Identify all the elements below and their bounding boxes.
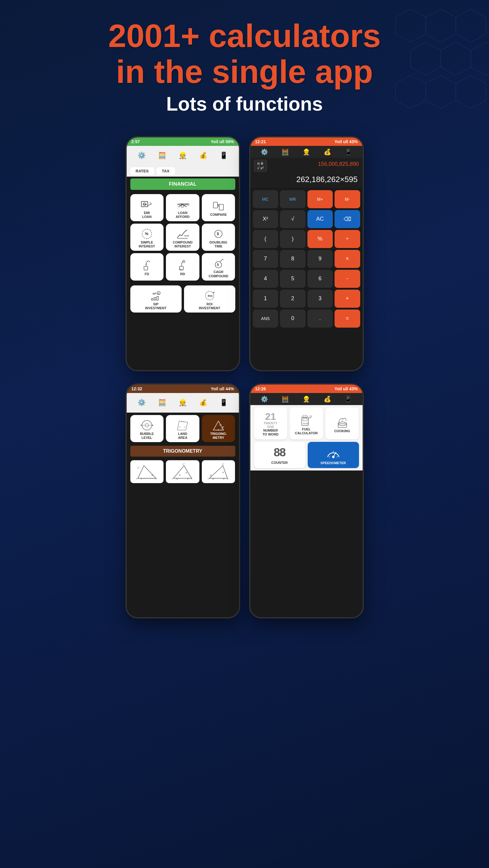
triangle-1[interactable]: Y X C° Z A'	[130, 460, 164, 483]
phone-icon-rb[interactable]: 📱	[345, 396, 352, 403]
bubble-level-item[interactable]: BUBBLELEVEL	[130, 415, 164, 442]
svg-text:Y: Y	[136, 478, 138, 480]
trigonometry-item[interactable]: C° ? X A' TRIGONO-METRY	[202, 415, 235, 442]
speedometer-item[interactable]: SPEEDOMETER	[308, 442, 359, 468]
three-button[interactable]: 3	[308, 290, 333, 308]
divide-button[interactable]: ÷	[335, 230, 360, 248]
calc-icon-b[interactable]: 🧮	[156, 396, 169, 409]
roi-item[interactable]: ROI ROIINVESTMENT	[184, 285, 235, 313]
sip-item[interactable]: SIP $ SIPINVESTMENT	[130, 285, 181, 313]
tools-grid-top: 21 TWENTY ONE NUMBERTO WORD 88.88	[250, 405, 363, 442]
svg-text:b c: b c	[181, 420, 184, 423]
multiply-button[interactable]: ×	[335, 250, 360, 268]
settings-icon-rb[interactable]: ⚙️	[261, 396, 268, 403]
seven-button[interactable]: 7	[253, 250, 279, 268]
eight-button[interactable]: 8	[280, 250, 306, 268]
equals-button[interactable]: =	[335, 310, 360, 328]
nav-icons-left: ⚙️ 🧮 👷 💰 📱	[127, 146, 239, 165]
dot-button[interactable]: .	[308, 310, 333, 328]
counter-item[interactable]: 88 COUNTER	[254, 442, 305, 468]
svg-text:RD: RD	[180, 268, 182, 270]
calculator-icon[interactable]: 🧮	[156, 149, 169, 162]
five-button[interactable]: 5	[280, 270, 306, 288]
lparen-button[interactable]: (	[253, 230, 279, 248]
ac-button[interactable]: AC	[308, 210, 333, 228]
speedometer-label: SPEEDOMETER	[320, 461, 346, 465]
percent-button[interactable]: %	[308, 230, 333, 248]
calc-buttons: MC MR M+ M- X² √ AC ⌫ ( ) % ÷ 7 8 9 ×	[250, 188, 363, 330]
money-icon-dark[interactable]: 💰	[324, 148, 331, 156]
triangle-2[interactable]: Y X C° B° A° B' A'	[166, 460, 199, 483]
tab-tax[interactable]: TAX	[156, 167, 175, 175]
svg-text:YEAR: YEAR	[184, 235, 190, 237]
nine-button[interactable]: 9	[308, 250, 333, 268]
phones-row-bottom: 12:32 Yoil ull 44% ⚙️ 🧮 👷 💰 📱	[0, 383, 489, 637]
backspace-button[interactable]: ⌫	[335, 210, 360, 228]
money-icon-rb[interactable]: 💰	[324, 396, 331, 403]
pi-sqrt-button[interactable]: π θ√ x²	[254, 160, 267, 172]
money-icon-b[interactable]: 💰	[197, 396, 210, 409]
zero-button[interactable]: 0	[280, 310, 306, 328]
fuel-calc-item[interactable]: 88.88 FUELCALCULATOR	[290, 407, 323, 440]
cagr-item[interactable]: $ CAGRCOMPOUND	[202, 253, 235, 280]
svg-text:B°: B°	[176, 478, 179, 480]
compound-interest-item[interactable]: YEAR COMPOUNDINTEREST	[166, 224, 199, 251]
svg-text:C°: C°	[219, 424, 222, 427]
rparen-button[interactable]: )	[280, 230, 306, 248]
compare-item[interactable]: COMPARE	[202, 194, 235, 221]
emi-loan-item[interactable]: EMI EMILOAN	[130, 194, 164, 221]
svg-text:X: X	[191, 478, 193, 480]
two-button[interactable]: 2	[280, 290, 306, 308]
ans-button[interactable]: ANS	[253, 310, 279, 328]
svg-text:Y: Y	[207, 478, 209, 480]
svg-text:A': A'	[185, 472, 187, 474]
svg-text:C°: C°	[182, 463, 185, 465]
mr-button[interactable]: MR	[280, 190, 306, 208]
person-icon-dark[interactable]: 👷	[303, 148, 310, 156]
calc-icon-rb[interactable]: 🧮	[282, 396, 289, 403]
sqrt-button[interactable]: √	[280, 210, 306, 228]
rd-item[interactable]: RD RD	[166, 253, 199, 280]
one-button[interactable]: 1	[253, 290, 279, 308]
phone-right-top: 12:21 Yoil ull 43% ⚙️ 🧮 👷 💰 📱 π θ√ x² 15…	[249, 136, 364, 371]
mminus-button[interactable]: M-	[335, 190, 360, 208]
settings-icon-b[interactable]: ⚙️	[135, 396, 148, 409]
ntw-word-bot: ONE	[264, 425, 278, 429]
six-button[interactable]: 6	[308, 270, 333, 288]
person-icon-b[interactable]: 👷	[176, 396, 190, 409]
cooking-item[interactable]: COOKING	[325, 407, 359, 440]
svg-text:Y: Y	[172, 478, 173, 480]
mc-button[interactable]: MC	[253, 190, 279, 208]
svg-marker-60	[173, 466, 192, 478]
number-to-word-item[interactable]: 21 TWENTY ONE NUMBERTO WORD	[254, 407, 287, 440]
xsq-button[interactable]: X²	[253, 210, 279, 228]
svg-text:C°: C°	[222, 463, 225, 465]
person-icon[interactable]: 👷	[176, 149, 190, 162]
money-bag-icon[interactable]: 💰	[197, 149, 210, 162]
mplus-button[interactable]: M+	[308, 190, 333, 208]
secondary-display: 156,000,825,890	[318, 160, 359, 172]
settings-icon[interactable]: ⚙️	[135, 149, 148, 162]
phone-icon-dark[interactable]: 📱	[345, 148, 352, 156]
minus-button[interactable]: -	[335, 270, 360, 288]
calc-icon-dark[interactable]: 🧮	[282, 148, 289, 156]
counter-icon: 88	[274, 446, 285, 459]
phone-icon-b[interactable]: 📱	[217, 396, 230, 409]
simple-interest-item[interactable]: % SIMPLEINTEREST	[130, 224, 164, 251]
four-button[interactable]: 4	[253, 270, 279, 288]
phone-icon[interactable]: 📱	[217, 149, 230, 162]
svg-text:X: X	[218, 429, 219, 431]
person-icon-rb[interactable]: 👷	[303, 396, 310, 403]
settings-icon-dark[interactable]: ⚙️	[261, 148, 268, 156]
land-area-item[interactable]: a b c d LANDAREA	[166, 415, 199, 442]
triangle-3[interactable]: Y X C° B' A' B° A°	[202, 460, 235, 483]
fd-item[interactable]: FD	[130, 253, 164, 280]
svg-line-16	[218, 204, 219, 206]
financial-grid-2col: SIP $ SIPINVESTMENT ROI ROIINVESTMENT	[127, 283, 239, 315]
svg-marker-68	[209, 466, 227, 478]
tab-rates[interactable]: RATES	[130, 167, 154, 175]
loan-afford-item[interactable]: AFFORD LOANAFFORD	[166, 194, 199, 221]
phone-right-bottom: 12:26 Yoil ull 43% ⚙️ 🧮 👷 💰 📱 21 TWENTY …	[249, 383, 364, 618]
doubling-time-item[interactable]: $ DOUBLINGTIME	[202, 224, 235, 251]
plus-button[interactable]: +	[335, 290, 360, 308]
